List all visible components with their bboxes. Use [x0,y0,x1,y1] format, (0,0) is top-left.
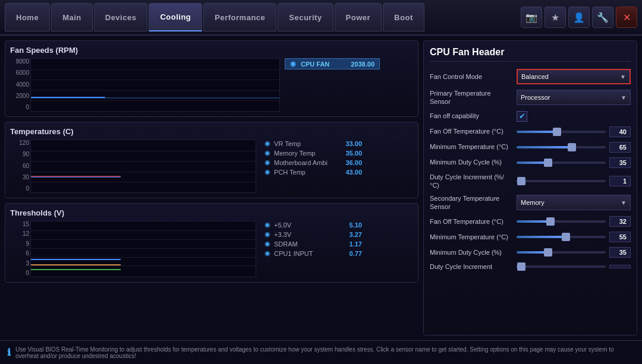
fan-legend-value: 2038.00 [351,61,374,68]
volt-legend-5v: ◉ +5.0V 5.10 [265,221,362,229]
chevron-down-icon: ▼ [620,74,626,80]
fan-off-capability-label: Fan off capability [430,112,513,120]
right-panel: CPU Fan Header Fan Control Mode Balanced… [423,40,637,335]
min-duty-cycle-2-fill [517,251,548,254]
fan-chart-wrapper: 8000 6000 4000 2000 0 [10,58,413,112]
control-primary-temp-sensor: Primary Temperature Sensor Processor ▼ [430,89,631,106]
fan-y-8000: 8000 [10,58,29,65]
duty-cycle-increment-1-slider[interactable] [517,180,606,182]
temperatures-section: Temperatures (C) 120 90 60 30 0 [5,122,418,198]
volt-legend-3v: ◉ +3.3V 3.27 [265,230,362,238]
fan-chart-with-axis: 8000 6000 4000 2000 0 [10,58,280,112]
control-fan-control-mode: Fan Control Mode Balanced ▼ [430,69,631,84]
primary-temp-sensor-value: Processor [521,94,550,101]
control-min-duty-cycle-1: Minimum Duty Cycle (%) 35 [430,157,631,168]
top-nav: Home Main Devices Cooling Performance Se… [0,0,642,36]
fan-off-temp-2-slider[interactable] [517,220,606,223]
fan-control-mode-dropdown[interactable]: Balanced ▼ [517,69,631,84]
tab-security[interactable]: Security [278,3,333,31]
thresholds-section: Thresholds (V) 15 12 9 6 3 0 [5,203,418,283]
primary-temp-sensor-dropdown[interactable]: Processor ▼ [517,90,631,105]
min-temp-1-thumb[interactable] [568,143,576,151]
temp-legend-pch: ◉ PCH Temp 43.00 [265,168,362,176]
min-duty-cycle-1-value: 35 [609,157,631,168]
min-temp-2-value: 55 [609,232,631,242]
volt-legend-sdram: ◉ SDRAM 1.17 [265,240,362,248]
min-temp-2-slider-container: 55 [517,232,631,242]
temperatures-title: Temperatures (C) [10,127,413,136]
temp-chart-with-axis: 120 90 60 30 0 [10,140,256,193]
temp-y-120: 120 [10,140,29,146]
duty-cycle-increment-1-value: 1 [609,176,631,186]
control-fan-off-capability: Fan off capability ✔ [430,111,631,122]
volt-y-12: 12 [10,230,29,237]
min-temp-2-thumb[interactable] [562,233,570,241]
fan-control-mode-value: Balanced [521,73,549,80]
temp-legend-area: ◉ VR Temp 33.00 ◉ Memory Temp 35.00 ◉ Mo… [261,140,362,193]
fan-chart [30,58,280,112]
min-duty-cycle-1-label: Minimum Duty Cycle (%) [430,158,513,166]
tab-main[interactable]: Main [51,3,93,31]
tab-home[interactable]: Home [5,3,50,31]
min-duty-cycle-2-slider[interactable] [517,251,606,254]
fan-off-temp-fill [517,131,557,133]
fan-off-temp-value: 40 [609,126,631,137]
secondary-temp-sensor-value: Memory [521,199,545,206]
min-duty-cycle-1-slider[interactable] [517,162,606,164]
temp-chart-wrapper: 120 90 60 30 0 [10,140,413,193]
user-icon-btn[interactable]: 👤 [568,7,590,28]
tool-icon-btn[interactable]: 🔧 [592,7,613,28]
fan-off-capability-checkbox[interactable]: ✔ [517,111,527,122]
thresholds-title: Thresholds (V) [10,208,413,217]
duty-cycle-increment-2-slider[interactable] [517,265,606,268]
fan-y-0: 0 [10,104,29,110]
duty-cycle-increment-2-thumb[interactable] [517,262,525,271]
tab-boot[interactable]: Boot [383,3,424,31]
min-temp-1-slider[interactable] [517,146,606,148]
fan-off-temp-thumb[interactable] [553,128,561,136]
tab-performance[interactable]: Performance [203,3,276,31]
fan-speeds-section: Fan Speeds (RPM) 8000 6000 4000 2000 0 [5,40,418,117]
volt-legend-area: ◉ +5.0V 5.10 ◉ +3.3V 3.27 ◉ SDRAM 1.17 [261,221,362,277]
duty-cycle-increment-1-slider-container: 1 [517,176,631,186]
volt-y-3: 3 [10,260,29,267]
secondary-temp-sensor-dropdown[interactable]: Memory ▼ [517,195,631,210]
camera-icon-btn[interactable]: 📷 [521,7,542,28]
fan-off-temp-2-value: 32 [609,216,631,227]
duty-cycle-increment-2-label: Duty Cycle Increment [430,262,513,271]
star-icon-btn[interactable]: ★ [545,7,566,28]
left-panel: Fan Speeds (RPM) 8000 6000 4000 2000 0 [5,40,418,335]
tab-cooling[interactable]: Cooling [149,3,202,31]
fan-y-2000: 2000 [10,93,29,99]
min-temp-2-slider[interactable] [517,236,606,238]
fan-legend-item: ◉ CPU FAN 2038.00 [285,58,380,69]
fan-y-4000: 4000 [10,81,29,88]
chevron-down-icon-2: ▼ [621,94,627,101]
volt-y-9: 9 [10,240,29,247]
secondary-temp-sensor-label: Secondary Temperature Sensor [430,194,513,211]
tab-power[interactable]: Power [335,3,382,31]
min-duty-cycle-2-value: 35 [609,247,631,258]
min-duty-cycle-1-slider-container: 35 [517,157,631,168]
fan-off-temp-2-thumb[interactable] [546,217,555,226]
duty-cycle-increment-1-thumb[interactable] [517,177,525,185]
fan-off-temp-slider-container: 40 [517,126,631,137]
tab-devices[interactable]: Devices [94,3,148,31]
volt-chart-with-axis: 15 12 9 6 3 0 [10,221,256,277]
main-content: Fan Speeds (RPM) 8000 6000 4000 2000 0 [0,36,642,340]
control-min-temp-1: Minimum Temperature (°C) 65 [430,142,631,153]
fan-off-temp-slider[interactable] [517,131,606,133]
fan-off-temp-2-fill [517,220,550,223]
fan-legend-area: ◉ CPU FAN 2038.00 [285,58,380,112]
fan-speeds-title: Fan Speeds (RPM) [10,46,413,55]
min-temp-1-fill [517,146,572,148]
min-duty-cycle-1-thumb[interactable] [544,159,552,167]
volt-chart [30,221,256,277]
volt-legend-cpu: ◉ CPU1 INPUT 0.77 [265,249,362,257]
fan-y-6000: 6000 [10,69,29,76]
duty-cycle-increment-1-label: Duty Cycle Increment (%/°C) [430,173,513,190]
close-icon-btn[interactable]: ✕ [616,7,637,28]
chevron-down-icon-3: ▼ [621,200,627,206]
min-duty-cycle-2-thumb[interactable] [544,248,552,257]
min-temp-1-slider-container: 65 [517,142,631,153]
